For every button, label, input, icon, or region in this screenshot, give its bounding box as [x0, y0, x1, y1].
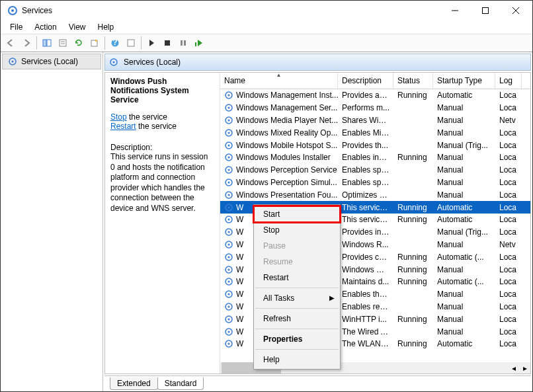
service-name-text: W [236, 290, 243, 299]
properties-toolbar-button[interactable] [56, 36, 70, 50]
back-button[interactable] [3, 36, 18, 50]
tab-extended[interactable]: Extended [110, 377, 158, 390]
svg-point-1 [11, 9, 14, 12]
svg-rect-8 [60, 40, 66, 46]
menu-help[interactable]: Help [93, 21, 120, 33]
menu-action[interactable]: Action [29, 21, 62, 33]
column-description[interactable]: Description [338, 73, 393, 89]
column-headers: Name▲ Description Status Startup Type Lo… [220, 73, 530, 89]
cell-logon-as: Loca [495, 315, 522, 324]
tab-standard[interactable]: Standard [157, 377, 204, 390]
stop-service-link[interactable]: Stop [110, 112, 127, 122]
tree-item-services-local[interactable]: Services (Local) [2, 54, 101, 69]
ctx-refresh[interactable]: Refresh [254, 311, 340, 327]
service-gear-icon [224, 253, 233, 262]
cell-description: Provides a c... [338, 91, 393, 100]
svg-point-54 [228, 281, 230, 283]
forward-button[interactable] [19, 36, 34, 50]
cell-description: WinHTTP i... [338, 315, 393, 324]
service-name-text: W [236, 253, 243, 262]
cell-status: Running [393, 215, 433, 224]
column-status[interactable]: Status [393, 73, 433, 89]
cell-name: Windows Management Ser... [220, 103, 338, 112]
ctx-stop[interactable]: Stop [254, 222, 340, 238]
service-row[interactable]: Windows Mobile Hotspot S...Provides th..… [220, 139, 530, 151]
service-gear-icon [224, 265, 233, 274]
menu-view[interactable]: View [63, 21, 91, 33]
service-row[interactable]: Windows Presentation Fou...Optimizes p..… [220, 188, 530, 201]
unknown-toolbar-button[interactable] [124, 36, 138, 50]
ctx-separator [255, 349, 339, 350]
cell-logon-as: Netv [495, 240, 522, 249]
svg-point-26 [228, 107, 230, 109]
cell-logon-as: Loca [495, 91, 522, 100]
cell-name: Windows Modules Installer [220, 153, 338, 162]
cell-startup-type: Automatic (... [433, 253, 495, 262]
cell-description: Windows R... [338, 240, 393, 249]
svg-point-44 [228, 219, 230, 221]
service-row[interactable]: Windows Perception Simul...Enables spa..… [220, 176, 530, 189]
ctx-restart[interactable]: Restart [254, 270, 340, 286]
service-row[interactable]: Windows Management Inst...Provides a c..… [220, 89, 530, 102]
cell-logon-as: Loca [495, 178, 522, 187]
cell-description: This service ... [338, 203, 393, 212]
cell-logon-as: Loca [495, 277, 522, 286]
start-service-toolbar-button[interactable] [144, 36, 159, 50]
help-toolbar-button[interactable]: ? [108, 36, 122, 50]
ctx-resume: Resume [254, 254, 340, 270]
service-gear-icon [224, 103, 233, 112]
pause-service-toolbar-button[interactable] [176, 36, 190, 50]
window-title: Services [22, 6, 440, 15]
svg-point-62 [228, 331, 230, 333]
service-row[interactable]: Windows Mixed Reality Op...Enables Mix..… [220, 126, 530, 139]
svg-text:?: ? [112, 38, 117, 47]
service-row[interactable]: Windows Management Ser...Performs m...Ma… [220, 102, 530, 114]
selected-service-title: Windows Push Notifications System Servic… [110, 77, 214, 104]
scroll-left-button[interactable]: ◂ [508, 362, 519, 373]
title-bar: Services [1, 1, 532, 20]
svg-point-30 [228, 132, 230, 134]
refresh-toolbar-button[interactable] [71, 36, 86, 50]
svg-point-40 [228, 194, 230, 196]
gear-icon [8, 57, 17, 66]
restart-service-toolbar-button[interactable] [192, 36, 206, 50]
show-hide-tree-button[interactable] [40, 36, 54, 50]
column-name[interactable]: Name▲ [220, 73, 338, 89]
maximize-button[interactable] [470, 1, 501, 20]
cell-logon-as: Loca [495, 227, 522, 237]
close-button[interactable] [501, 1, 531, 20]
cell-status: Running [393, 203, 433, 212]
ctx-properties[interactable]: Properties [254, 331, 340, 347]
service-name-text: W [236, 302, 243, 311]
scroll-right-button[interactable]: ▸ [519, 362, 530, 373]
column-startup-type[interactable]: Startup Type [433, 73, 495, 89]
service-gear-icon [224, 91, 233, 100]
ctx-all-tasks[interactable]: All Tasks▶ [254, 290, 340, 306]
service-row[interactable]: Windows Media Player Net...Shares Win...… [220, 114, 530, 127]
menu-file[interactable]: File [5, 21, 28, 33]
cell-description: Enables inst... [338, 153, 393, 162]
svg-point-22 [113, 61, 115, 63]
stop-suffix: the service [127, 112, 167, 122]
service-name-text: W [236, 339, 243, 348]
stop-service-toolbar-button[interactable] [160, 36, 175, 50]
service-row[interactable]: Windows Modules InstallerEnables inst...… [220, 151, 530, 164]
service-name-text: Windows Perception Service [236, 165, 337, 175]
restart-service-link[interactable]: Restart [110, 122, 136, 131]
ctx-start[interactable]: Start [254, 206, 340, 222]
column-logon-as[interactable]: Log [495, 73, 522, 89]
cell-status: Running [393, 91, 433, 100]
ctx-help[interactable]: Help [254, 352, 340, 368]
minimize-button[interactable] [440, 1, 470, 20]
tree-pane: Services (Local) [1, 52, 103, 391]
cell-startup-type: Manual [433, 178, 495, 187]
service-row[interactable]: Windows Perception ServiceEnables spa...… [220, 164, 530, 176]
export-list-button[interactable] [87, 36, 102, 50]
service-gear-icon [224, 165, 233, 175]
service-gear-icon [224, 203, 233, 212]
cell-logon-as: Loca [495, 153, 522, 162]
sort-ascending-icon: ▲ [276, 73, 282, 78]
svg-rect-3 [483, 8, 489, 14]
ctx-pause: Pause [254, 238, 340, 254]
service-name-text: W [236, 265, 243, 274]
